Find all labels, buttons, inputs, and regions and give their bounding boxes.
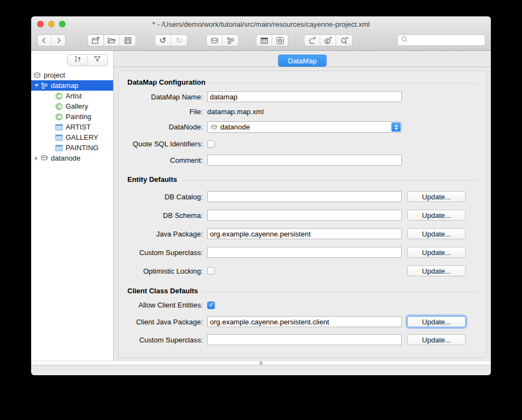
tree-item-painting-table[interactable]: PAINTING bbox=[31, 143, 113, 153]
tab-datamap[interactable]: DataMap bbox=[278, 55, 327, 67]
collapse-arrow-icon[interactable] bbox=[33, 84, 40, 87]
objentity-class-icon bbox=[55, 92, 63, 100]
client-java-package-input[interactable] bbox=[207, 316, 402, 327]
tree-tools bbox=[67, 54, 108, 66]
undo-redo-group: ↺ ↻ bbox=[155, 34, 187, 46]
tree-item-label: datanode bbox=[51, 154, 80, 162]
update-db-catalog-button[interactable]: Update... bbox=[407, 191, 466, 202]
node-map-group bbox=[206, 34, 239, 46]
update-java-package-button[interactable]: Update... bbox=[407, 228, 466, 239]
update-client-java-package-button[interactable]: Update... bbox=[407, 316, 466, 327]
quote-sql-row: Quote SQL Identifiers: bbox=[127, 140, 477, 148]
app-window: * - /Users/demo/work/tutorial/src/main/r… bbox=[31, 16, 491, 375]
custom-superclass-row: Custom Superclass: Update... bbox=[127, 247, 477, 258]
tree-item-project[interactable]: project bbox=[31, 70, 113, 80]
optimistic-locking-checkbox[interactable] bbox=[207, 267, 215, 275]
sort-tree-button[interactable] bbox=[68, 55, 87, 66]
window-title: * - /Users/demo/work/tutorial/src/main/r… bbox=[97, 20, 425, 28]
filter-funnel-icon bbox=[93, 55, 101, 65]
tree-item-artist-table[interactable]: ARTIST bbox=[31, 122, 113, 132]
open-project-button[interactable] bbox=[104, 35, 120, 46]
datanode-cylinder-icon bbox=[40, 155, 48, 161]
java-package-input[interactable] bbox=[207, 228, 402, 239]
status-bar bbox=[31, 365, 491, 375]
zoom-window-button[interactable] bbox=[59, 21, 66, 27]
dbentity-table-icon bbox=[55, 134, 63, 141]
horizontal-splitter[interactable] bbox=[31, 360, 491, 365]
db-catalog-input[interactable] bbox=[207, 191, 402, 202]
field-label: Client Java Package: bbox=[127, 318, 207, 326]
expand-arrow-icon[interactable] bbox=[33, 156, 40, 161]
selected-option: datanode bbox=[220, 123, 250, 131]
new-objentity-button[interactable] bbox=[304, 35, 320, 46]
datanode-select[interactable]: datanode bbox=[207, 121, 402, 133]
new-datamap-button[interactable] bbox=[222, 35, 238, 46]
datamap-nodes-icon bbox=[40, 82, 48, 90]
tree-item-label: GALLERY bbox=[66, 133, 98, 141]
update-custom-superclass-button[interactable]: Update... bbox=[407, 247, 466, 258]
save-button[interactable] bbox=[120, 35, 136, 46]
new-project-button[interactable] bbox=[88, 35, 104, 46]
field-label: DB Catalog: bbox=[127, 193, 207, 201]
nav-button-group bbox=[37, 34, 66, 46]
new-embeddable-button[interactable] bbox=[320, 35, 336, 46]
dropdown-stepper-icon bbox=[391, 122, 401, 132]
datamap-name-row: DataMap Name: bbox=[127, 91, 477, 102]
update-db-schema-button[interactable]: Update... bbox=[407, 210, 466, 221]
field-label: Quote SQL Identifiers: bbox=[127, 140, 207, 148]
allow-client-entities-checkbox[interactable] bbox=[207, 301, 215, 309]
section-title: Client Class Defaults bbox=[127, 287, 198, 295]
table-icon bbox=[260, 37, 268, 44]
splitter-handle[interactable] bbox=[259, 361, 263, 365]
dbentity-table-icon bbox=[55, 124, 63, 131]
forward-button[interactable] bbox=[51, 35, 65, 46]
new-procedure-button[interactable] bbox=[272, 35, 288, 46]
datamap-name-input[interactable] bbox=[207, 91, 402, 102]
field-label: Comment: bbox=[127, 156, 207, 164]
field-label: DB Schema: bbox=[127, 211, 207, 220]
comment-row: Comment: bbox=[127, 155, 477, 165]
tree-item-gallery[interactable]: Gallery bbox=[31, 101, 113, 111]
new-dbentity-button[interactable] bbox=[256, 35, 272, 46]
new-datanode-button[interactable] bbox=[207, 35, 222, 46]
search-input[interactable] bbox=[408, 36, 485, 45]
search-icon bbox=[401, 36, 408, 45]
new-project-icon bbox=[91, 36, 100, 45]
update-optimistic-locking-button[interactable]: Update... bbox=[407, 265, 466, 276]
tree-item-gallery-table[interactable]: GALLERY bbox=[31, 132, 113, 143]
minimize-window-button[interactable] bbox=[48, 21, 55, 27]
optimistic-locking-row: Optimistic Locking: Update... bbox=[127, 265, 477, 276]
objentity-class-icon bbox=[55, 103, 63, 110]
custom-superclass-input[interactable] bbox=[207, 247, 402, 258]
tree-item-artist[interactable]: Artist bbox=[31, 91, 113, 101]
filter-tree-button[interactable] bbox=[87, 55, 107, 66]
redo-button[interactable]: ↻ bbox=[171, 35, 187, 46]
update-client-custom-superclass-button[interactable]: Update... bbox=[407, 334, 466, 345]
back-button[interactable] bbox=[38, 35, 51, 46]
redo-icon: ↻ bbox=[175, 37, 183, 45]
db-schema-input[interactable] bbox=[207, 210, 402, 221]
client-custom-superclass-input[interactable] bbox=[207, 334, 402, 345]
comment-input[interactable] bbox=[207, 155, 402, 165]
chevron-right-icon bbox=[55, 37, 62, 44]
tree-item-datamap[interactable]: datamap bbox=[31, 80, 113, 91]
file-value: datamap.map.xml bbox=[207, 108, 263, 116]
save-icon bbox=[124, 36, 132, 45]
section-entity-defaults: Entity Defaults bbox=[127, 175, 477, 184]
undo-button[interactable]: ↺ bbox=[155, 35, 171, 46]
quote-sql-checkbox[interactable] bbox=[207, 140, 215, 148]
tree-item-label: Painting bbox=[66, 113, 91, 121]
tree-item-painting[interactable]: Painting bbox=[31, 111, 113, 122]
gear-icon bbox=[276, 37, 284, 45]
embeddable-plus-icon bbox=[324, 36, 332, 45]
tree-item-label: ARTIST bbox=[66, 123, 91, 131]
create-group bbox=[304, 34, 353, 46]
chevron-left-icon bbox=[40, 37, 48, 44]
tree-item-datanode[interactable]: datanode bbox=[31, 153, 113, 163]
section-client-class-defaults: Client Class Defaults bbox=[127, 287, 477, 295]
field-label: DataNode: bbox=[127, 123, 207, 131]
content-area: project datamap Artist Gallery bbox=[31, 51, 491, 360]
new-query-button[interactable] bbox=[336, 35, 352, 46]
close-window-button[interactable] bbox=[37, 21, 44, 27]
client-java-package-row: Client Java Package: Update... bbox=[127, 316, 477, 327]
